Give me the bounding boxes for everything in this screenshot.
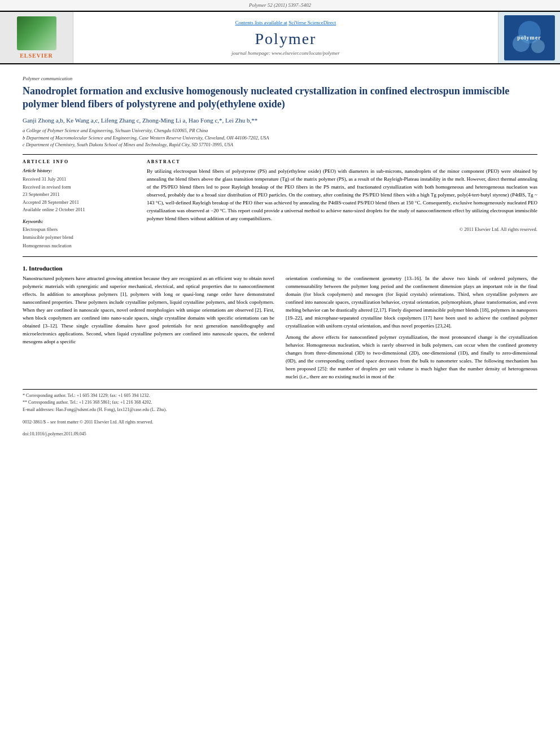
polymer-logo: polymer	[504, 15, 555, 60]
article-section-label: Polymer communication	[23, 76, 537, 81]
history-label: Article history:	[23, 168, 135, 173]
intro-para-right-2: Among the above effects for nanoconfined…	[286, 334, 537, 381]
divider-1	[23, 154, 537, 155]
abstract-heading: Abstract	[147, 159, 537, 164]
sciverse-link-text[interactable]: SciVerse ScienceDirect	[288, 20, 336, 25]
elsevier-logo: ELSEVIER	[12, 12, 61, 63]
journal-citation-bar: Polymer 52 (2011) 5397–5402	[0, 0, 560, 11]
section1-title: 1. Introduction	[23, 265, 537, 272]
footer-issn: 0032-3861/$ – see front matter © 2011 El…	[23, 418, 537, 426]
article-info-heading: Article info	[23, 159, 135, 164]
history-revised-date: 23 September 2011	[23, 191, 135, 199]
elsevier-logo-area: ELSEVIER	[0, 12, 73, 63]
affiliation-2: b Department of Macromolecular Science a…	[23, 134, 537, 142]
section1-label: Introduction	[29, 265, 63, 272]
article-main: Polymer communication Nanodroplet format…	[0, 64, 560, 256]
footnote-1: * Corresponding author. Tel.: +1 605 394…	[23, 392, 537, 400]
keyword-3: Homogeneous nucleation	[23, 242, 135, 250]
authors: Ganji Zhong a,b, Ke Wang a,c, Lifeng Zha…	[23, 117, 537, 124]
journal-citation: Polymer 52 (2011) 5397–5402	[249, 2, 311, 8]
keyword-2: Immiscible polymer blend	[23, 233, 135, 241]
article-title: Nanodroplet formation and exclusive homo…	[23, 85, 537, 111]
intro-para-right-1: orientation conforming to the confinemen…	[286, 275, 537, 330]
affiliation-3: c Department of Chemistry, South Dakota …	[23, 141, 537, 148]
abstract-col: Abstract By utilizing electrospun blend …	[147, 159, 537, 250]
body-content: 1. Introduction Nanostructured polymers …	[0, 257, 560, 444]
body-right-col: orientation conforming to the confinemen…	[286, 275, 537, 384]
elsevier-wordmark: ELSEVIER	[20, 53, 53, 59]
polymer-logo-area: polymer	[498, 12, 560, 63]
article-info-col: Article info Article history: Received 3…	[23, 159, 135, 250]
footnote-2: ** Corresponding author. Tel.: +1 216 36…	[23, 399, 537, 407]
history-online: Available online 2 October 2011	[23, 206, 135, 214]
journal-name: Polymer	[255, 30, 317, 48]
body-left-col: Nanostructured polymers have attracted g…	[23, 275, 274, 384]
sciverse-prefix: Contents lists available at	[235, 20, 287, 25]
affiliation-1: a College of Polymer Science and Enginee…	[23, 127, 537, 134]
footer-doi: doi:10.1016/j.polymer.2011.09.045	[23, 430, 537, 438]
article-info-abstract: Article info Article history: Received 3…	[23, 159, 537, 250]
history-received: Received 31 July 2011	[23, 176, 135, 184]
history-revised: Received in revised form	[23, 184, 135, 191]
footnote-divider	[23, 389, 537, 390]
page: Polymer 52 (2011) 5397–5402 ELSEVIER Con…	[0, 0, 560, 747]
affiliations: a College of Polymer Science and Enginee…	[23, 127, 537, 148]
keywords-label: Keywords:	[23, 219, 135, 224]
abstract-text: By utilizing electrospun blend fibers of…	[147, 168, 537, 223]
elsevier-tree-icon	[17, 16, 56, 50]
journal-header: ELSEVIER Contents lists available at Sci…	[0, 11, 560, 64]
journal-homepage: journal homepage: www.elsevier.com/locat…	[231, 50, 339, 56]
sciverse-info: Contents lists available at SciVerse Sci…	[235, 20, 336, 25]
intro-para-left-1: Nanostructured polymers have attracted g…	[23, 275, 274, 346]
keyword-1: Electrospun fibers	[23, 225, 135, 233]
journal-info-center: Contents lists available at SciVerse Sci…	[73, 12, 498, 63]
history-accepted: Accepted 28 September 2011	[23, 199, 135, 207]
footnote-email: E-mail addresses: Hao.Fong@sdsmt.edu (H.…	[23, 407, 537, 414]
polymer-logo-text: polymer	[517, 34, 541, 41]
section1-num: 1.	[23, 265, 27, 272]
body-two-col: Nanostructured polymers have attracted g…	[23, 275, 537, 384]
copyright: © 2011 Elsevier Ltd. All rights reserved…	[147, 226, 537, 232]
